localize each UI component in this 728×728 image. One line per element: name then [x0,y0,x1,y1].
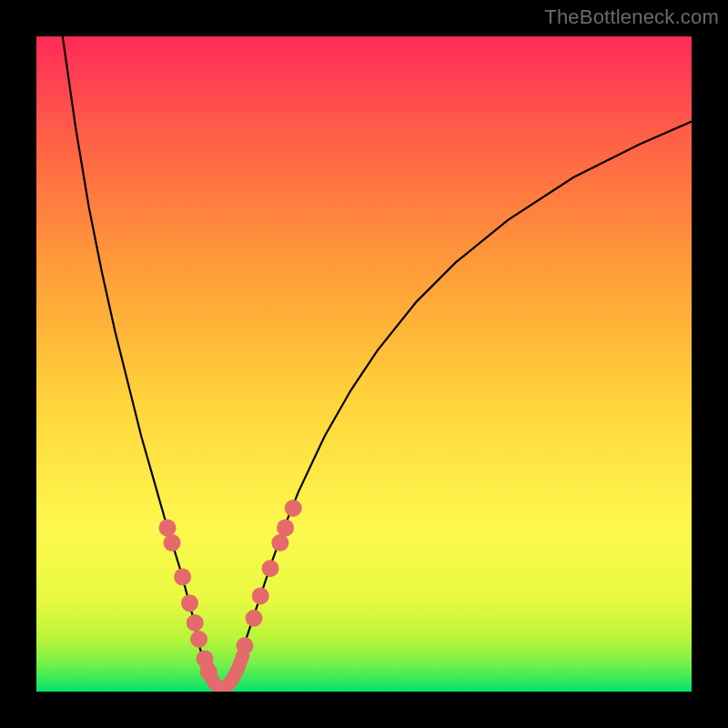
left-curve [63,36,220,688]
data-bead [246,610,263,627]
data-bead [190,631,207,648]
data-bead [285,500,302,517]
right-curve [220,122,692,689]
data-bead [164,534,181,551]
plot-area [36,36,692,692]
watermark-text: TheBottleneck.com [544,5,719,29]
data-bead [159,520,177,537]
chart-frame: TheBottleneck.com [0,0,728,728]
data-bead [181,594,198,612]
data-bead [174,569,191,586]
data-bead [187,614,204,632]
data-bead [262,560,279,577]
data-bead [252,587,269,604]
data-bead [271,534,288,551]
data-beads [159,500,302,681]
data-bead [277,520,294,537]
data-bead [200,663,217,681]
data-bead [236,637,253,654]
chart-svg [36,36,692,692]
